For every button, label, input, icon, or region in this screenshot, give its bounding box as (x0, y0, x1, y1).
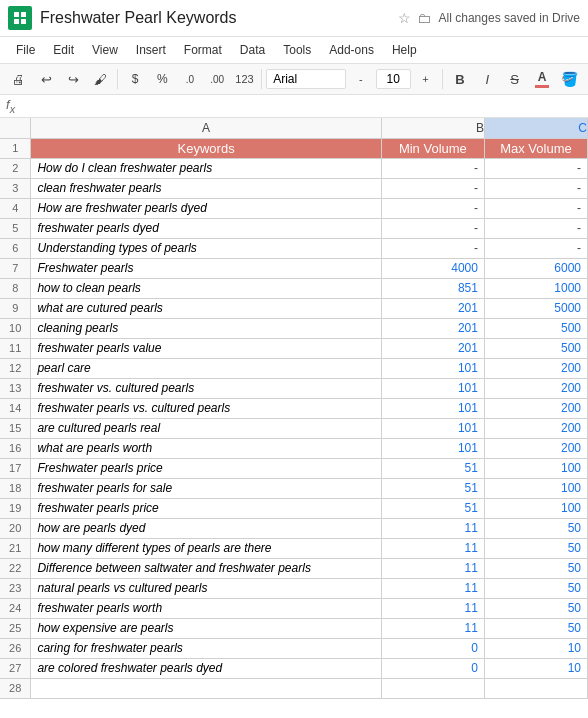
cell-max-17[interactable]: 100 (484, 458, 587, 478)
cell-keyword-7[interactable]: Freshwater pearls (31, 258, 381, 278)
print-button[interactable]: 🖨 (6, 67, 31, 91)
redo-button[interactable]: ↪ (61, 67, 86, 91)
cell-min-19[interactable]: 51 (381, 498, 484, 518)
cell-keyword-5[interactable]: freshwater pearls dyed (31, 218, 381, 238)
cell-max-7[interactable]: 6000 (484, 258, 587, 278)
cell-keyword-21[interactable]: how many different types of pearls are t… (31, 538, 381, 558)
cell-max-25[interactable]: 50 (484, 618, 587, 638)
bold-button[interactable]: B (447, 67, 472, 91)
cell-keyword-9[interactable]: what are cutured pearls (31, 298, 381, 318)
cell-min-16[interactable]: 101 (381, 438, 484, 458)
cell-min-7[interactable]: 4000 (381, 258, 484, 278)
increase-decimal-button[interactable]: .00 (204, 67, 229, 91)
font-size-increase[interactable]: + (413, 67, 438, 91)
cell-min-13[interactable]: 101 (381, 378, 484, 398)
cell-max-20[interactable]: 50 (484, 518, 587, 538)
cell-keyword-6[interactable]: Understanding types of pearls (31, 238, 381, 258)
cell-keyword-19[interactable]: freshwater pearls price (31, 498, 381, 518)
cell-max-10[interactable]: 500 (484, 318, 587, 338)
cell-min-8[interactable]: 851 (381, 278, 484, 298)
cell-keyword-10[interactable]: cleaning pearls (31, 318, 381, 338)
cell-keyword-26[interactable]: caring for freshwater pearls (31, 638, 381, 658)
cell-keyword-23[interactable]: natural pearls vs cultured pearls (31, 578, 381, 598)
cell-min-10[interactable]: 201 (381, 318, 484, 338)
cell-keyword-13[interactable]: freshwater vs. cultured pearls (31, 378, 381, 398)
cell-min-20[interactable]: 11 (381, 518, 484, 538)
cell-min-3[interactable]: - (381, 178, 484, 198)
cell-min-23[interactable]: 11 (381, 578, 484, 598)
menu-format[interactable]: Format (176, 39, 230, 61)
cell-min-25[interactable]: 11 (381, 618, 484, 638)
cell-max-15[interactable]: 200 (484, 418, 587, 438)
cell-min-6[interactable]: - (381, 238, 484, 258)
header-min[interactable]: Min Volume (381, 138, 484, 158)
cell-min-17[interactable]: 51 (381, 458, 484, 478)
cell-keyword-4[interactable]: How are freshwater pearls dyed (31, 198, 381, 218)
cell-min-5[interactable]: - (381, 218, 484, 238)
header-max[interactable]: Max Volume (484, 138, 587, 158)
cell-empty-28[interactable] (31, 678, 381, 698)
menu-insert[interactable]: Insert (128, 39, 174, 61)
cell-keyword-27[interactable]: are colored freshwater pearls dyed (31, 658, 381, 678)
decrease-decimal-button[interactable]: .0 (177, 67, 202, 91)
cell-max-13[interactable]: 200 (484, 378, 587, 398)
cell-empty-28[interactable] (484, 678, 587, 698)
cell-min-18[interactable]: 51 (381, 478, 484, 498)
menu-view[interactable]: View (84, 39, 126, 61)
cell-keyword-3[interactable]: clean freshwater pearls (31, 178, 381, 198)
menu-tools[interactable]: Tools (275, 39, 319, 61)
percent-button[interactable]: % (150, 67, 175, 91)
cell-max-5[interactable]: - (484, 218, 587, 238)
menu-file[interactable]: File (8, 39, 43, 61)
cell-keyword-8[interactable]: how to clean pearls (31, 278, 381, 298)
italic-button[interactable]: I (475, 67, 500, 91)
col-header-a[interactable]: A (31, 118, 381, 139)
cell-keyword-11[interactable]: freshwater pearls value (31, 338, 381, 358)
cell-min-21[interactable]: 11 (381, 538, 484, 558)
cell-max-11[interactable]: 500 (484, 338, 587, 358)
cell-min-14[interactable]: 101 (381, 398, 484, 418)
cell-max-21[interactable]: 50 (484, 538, 587, 558)
cell-max-16[interactable]: 200 (484, 438, 587, 458)
cell-max-3[interactable]: - (484, 178, 587, 198)
cell-keyword-20[interactable]: how are pearls dyed (31, 518, 381, 538)
cell-keyword-18[interactable]: freshwater pearls for sale (31, 478, 381, 498)
cell-keyword-17[interactable]: Freshwater pearls price (31, 458, 381, 478)
folder-icon[interactable]: 🗀 (417, 10, 431, 26)
cell-min-2[interactable]: - (381, 158, 484, 178)
strikethrough-button[interactable]: S (502, 67, 527, 91)
cell-max-2[interactable]: - (484, 158, 587, 178)
cell-max-23[interactable]: 50 (484, 578, 587, 598)
col-header-c[interactable]: C (484, 118, 587, 139)
menu-edit[interactable]: Edit (45, 39, 82, 61)
cell-max-9[interactable]: 5000 (484, 298, 587, 318)
undo-button[interactable]: ↩ (33, 67, 58, 91)
menu-help[interactable]: Help (384, 39, 425, 61)
cell-max-4[interactable]: - (484, 198, 587, 218)
cell-keyword-16[interactable]: what are pearls worth (31, 438, 381, 458)
cell-min-11[interactable]: 201 (381, 338, 484, 358)
cell-keyword-24[interactable]: freshwater pearls worth (31, 598, 381, 618)
cell-min-12[interactable]: 101 (381, 358, 484, 378)
cell-min-24[interactable]: 11 (381, 598, 484, 618)
cell-max-8[interactable]: 1000 (484, 278, 587, 298)
cell-max-27[interactable]: 10 (484, 658, 587, 678)
text-color-button[interactable]: A (529, 67, 554, 91)
font-selector[interactable]: Arial (266, 69, 346, 89)
cell-max-18[interactable]: 100 (484, 478, 587, 498)
font-size-input[interactable]: 10 (376, 69, 411, 89)
cell-min-9[interactable]: 201 (381, 298, 484, 318)
star-icon[interactable]: ☆ (398, 10, 411, 26)
cell-max-22[interactable]: 50 (484, 558, 587, 578)
formula-input[interactable] (21, 99, 582, 113)
cell-keyword-14[interactable]: freshwater pearls vs. cultured pearls (31, 398, 381, 418)
cell-min-27[interactable]: 0 (381, 658, 484, 678)
cell-keyword-22[interactable]: Difference between saltwater and freshwa… (31, 558, 381, 578)
cell-min-4[interactable]: - (381, 198, 484, 218)
cell-max-26[interactable]: 10 (484, 638, 587, 658)
col-header-b[interactable]: B (381, 118, 484, 139)
cell-max-14[interactable]: 200 (484, 398, 587, 418)
cell-max-6[interactable]: - (484, 238, 587, 258)
menu-data[interactable]: Data (232, 39, 273, 61)
fill-color-button[interactable]: 🪣 (557, 67, 582, 91)
